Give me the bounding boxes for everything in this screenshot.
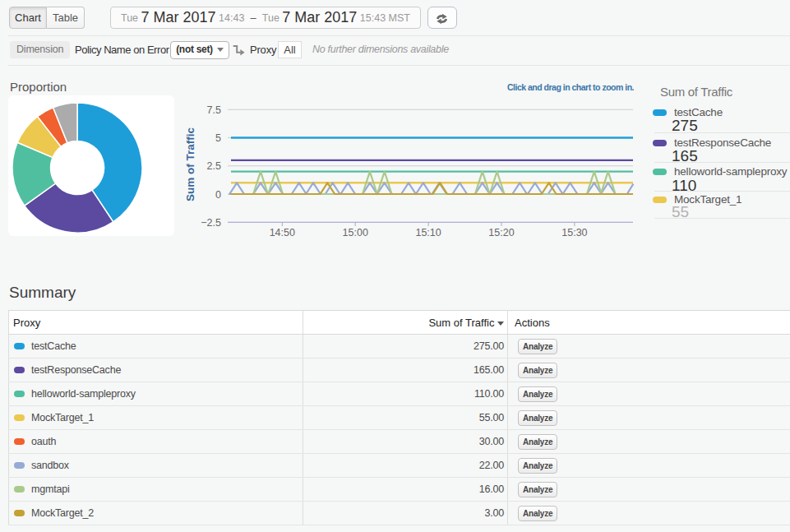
svg-text:−2.5: −2.5 [201,217,221,229]
svg-text:2.5: 2.5 [207,160,221,172]
svg-text:5: 5 [215,132,221,144]
svg-text:0: 0 [215,189,221,201]
svg-text:15:20: 15:20 [488,227,514,238]
svg-text:15:30: 15:30 [561,227,587,238]
svg-text:15:00: 15:00 [343,227,368,238]
svg-text:Sum of Traffic: Sum of Traffic [184,127,196,202]
svg-text:7.5: 7.5 [207,104,221,116]
svg-text:15:10: 15:10 [415,227,441,238]
svg-text:14:50: 14:50 [270,227,295,238]
